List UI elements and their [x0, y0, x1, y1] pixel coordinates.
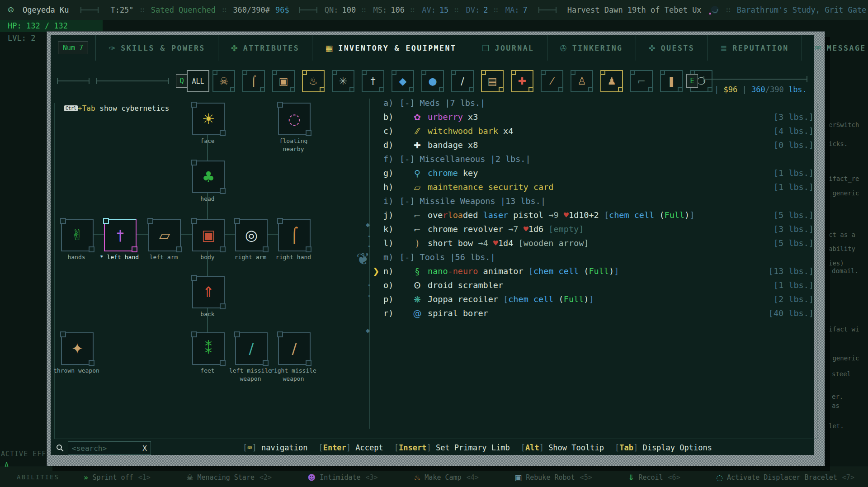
inventory-category-row[interactable]: a)[-] Meds |7 lbs.|	[383, 96, 814, 110]
tab-label: MESSAGE LOG	[827, 44, 868, 52]
filter-box[interactable]: ♙	[571, 70, 593, 92]
row-hotkey: n)	[383, 266, 400, 276]
inventory-item-row[interactable]: ❯n)§nano-neuro animator [chem cell (Full…	[383, 264, 814, 278]
ability-make-camp[interactable]: ♨Make Camp<4>	[414, 473, 479, 482]
slot-connector-line	[223, 234, 235, 235]
equipment-slot-floating-nearby[interactable]: ◌	[278, 103, 311, 135]
tab-message-log[interactable]: ✉MESSAGE LOG	[802, 35, 868, 61]
inventory-item-row[interactable]: g)⚲chrome key[1 lbs.]	[383, 166, 814, 180]
meds-filter-icon: ✚	[518, 76, 526, 87]
equipment-slot-hands[interactable]: ✌	[61, 219, 94, 251]
inventory-item-row[interactable]: j)⌐overloaded laser pistol →9 ♥1d10+2 [c…	[383, 208, 814, 222]
inventory-item-row[interactable]: h)▱maintenance security card[1 lbs.]	[383, 180, 814, 194]
equipment-slot-left-missile-weapon[interactable]: ∕	[235, 332, 268, 365]
slot-connector-line	[179, 234, 192, 235]
inventory-item-row[interactable]: l))short bow →4 ♥1d4 [wooden arrow][5 lb…	[383, 236, 814, 250]
inventory-item-row[interactable]: p)❋Joppa recoiler [chem cell (Full)][2 l…	[383, 292, 814, 306]
background-text-fragment: er.	[832, 393, 843, 400]
equipment-slot-left-arm[interactable]: ▱	[148, 219, 181, 251]
category-weight: |56 lbs.|	[450, 252, 495, 262]
filter-box[interactable]: ∕	[451, 70, 474, 92]
ability-intimidate[interactable]: ☻Intimidate<3>	[308, 473, 378, 482]
slot-label-feet: feet	[183, 367, 232, 375]
ability-name: Sprint off	[92, 473, 133, 482]
hp-readout: HP: 132 / 132	[0, 20, 103, 32]
inventory-item-row[interactable]: b)✿urberry x3[3 lbs.]	[383, 110, 814, 124]
tab-quests[interactable]: ✜QUESTS	[636, 35, 708, 61]
tab-skills-powers[interactable]: ✑SKILLS & POWERS	[95, 35, 218, 61]
hint-display-options: [Tab] Display Options	[615, 443, 712, 452]
equipment-slot-left-hand[interactable]: †	[104, 219, 137, 251]
hint-bracket: ]	[426, 443, 435, 452]
topbar-text: 96$	[275, 5, 289, 14]
background-text-fragment: as	[832, 402, 840, 409]
equipment-slot-thrown-weapon[interactable]: ✦	[61, 332, 94, 365]
tab-tinkering[interactable]: ✇TINKERING	[547, 35, 636, 61]
tab-attributes[interactable]: ✤ATTRIBUTES	[218, 35, 312, 61]
category-expander[interactable]: [-]	[400, 252, 415, 262]
filter-box[interactable]: ❚	[660, 70, 683, 92]
ability-key: <3>	[366, 473, 378, 482]
filter-box[interactable]: ▤	[481, 70, 504, 92]
inventory-item-row[interactable]: d)✚bandage x8[0 lbs.]	[383, 138, 814, 152]
tab-reputation[interactable]: ≣REPUTATION	[707, 35, 801, 61]
item-text: [empty]	[548, 224, 584, 234]
filter-all-button[interactable]: ALL	[187, 70, 209, 92]
inventory-item-row[interactable]: o)ʘdroid scrambler[1 lbs.]	[383, 278, 814, 292]
feet-item-icon: ⁑	[193, 333, 224, 364]
filter-box[interactable]: ✚	[511, 70, 533, 92]
equipment-slot-head[interactable]: ♣	[192, 161, 225, 193]
equipment-slot-back[interactable]: ⇑	[192, 276, 225, 308]
inventory-item-row[interactable]: r)@spiral borer[40 lbs.]	[383, 306, 814, 320]
berry-icon: ✿	[410, 112, 424, 122]
filter-box[interactable]: ✳	[332, 70, 354, 92]
ability-recoil[interactable]: ⇓Recoil<6>	[628, 473, 680, 482]
hands-item-icon: ✌	[62, 220, 93, 251]
filter-box[interactable]: ⌠	[242, 70, 265, 92]
inventory-item-row[interactable]: c)⁄⁄witchwood bark x4[4 lbs.]	[383, 124, 814, 138]
category-expander[interactable]: [-]	[400, 154, 415, 164]
weight-unit: lbs.	[788, 85, 807, 94]
hint-navigation: [⌨] navigation	[243, 443, 307, 452]
light-source-filter-icon: ⌠	[251, 76, 256, 87]
row-hotkey: h)	[383, 182, 400, 192]
equipment-slot-feet[interactable]: ⁑	[192, 332, 225, 365]
equipment-slot-right-hand[interactable]: ⌠	[278, 219, 311, 251]
inventory-category-row[interactable]: m)[-] Tools |56 lbs.|	[383, 250, 814, 264]
filter-box[interactable]: ⌐	[630, 70, 653, 92]
topbar-text: ∷	[361, 5, 366, 14]
equipment-slot-right-arm[interactable]: ◎	[235, 219, 268, 251]
category-expander[interactable]: [-]	[400, 196, 415, 206]
equipment-slot-right-missile-weapon[interactable]: ∕	[278, 332, 311, 365]
category-expander[interactable]: [-]	[400, 98, 415, 108]
item-text: urberry	[428, 112, 463, 122]
filter-box[interactable]: ☠	[212, 70, 235, 92]
backpack-icon: ▦	[325, 43, 333, 53]
filter-box[interactable]: ▣	[272, 70, 295, 92]
search-clear-button[interactable]: X	[142, 444, 147, 453]
filter-box[interactable]: ♟	[600, 70, 623, 92]
filter-box[interactable]: †	[362, 70, 384, 92]
money-weight-readout: | $96 | 360/390 lbs.	[714, 85, 807, 94]
slot-label-thrown-weapon: thrown weapon	[52, 367, 101, 375]
tab-journal[interactable]: ❒JOURNAL	[469, 35, 547, 61]
inventory-category-row[interactable]: i)[-] Missile Weapons |13 lbs.|	[383, 194, 814, 208]
tab-inventory-equipment[interactable]: ▦INVENTORY & EQUIPMENT	[312, 35, 469, 61]
item-text: droid scrambler	[428, 280, 503, 290]
filter-box[interactable]: ●	[421, 70, 444, 92]
ability-menacing-stare[interactable]: ☠Menacing Stare<2>	[186, 473, 272, 482]
equipment-slot-body[interactable]: ▣	[192, 219, 225, 251]
equipment-slot-face[interactable]: ☀	[192, 103, 225, 135]
filter-box[interactable]: ⁄	[541, 70, 563, 92]
filter-box[interactable]: ◆	[392, 70, 414, 92]
ability-rebuke-robot[interactable]: ▣Rebuke Robot<5>	[514, 473, 592, 482]
ability-sprint-off[interactable]: »Sprint off<1>	[84, 473, 151, 482]
inventory-item-row[interactable]: k)⌐chrome revolver →7 ♥1d6 [empty][3 lbs…	[383, 222, 814, 236]
slot-label-face: face	[183, 137, 232, 145]
inventory-category-row[interactable]: f)[-] Miscellaneous |2 lbs.|	[383, 152, 814, 166]
item-text: -neuro	[448, 266, 478, 276]
filter-box[interactable]: ♨	[302, 70, 325, 92]
figurine-filter-icon: ♙	[577, 76, 586, 87]
search-input[interactable]: <search> X	[68, 441, 151, 455]
ability-activate-displacer-bracelet[interactable]: ◌Activate Displacer Bracelet<7>	[716, 473, 854, 482]
